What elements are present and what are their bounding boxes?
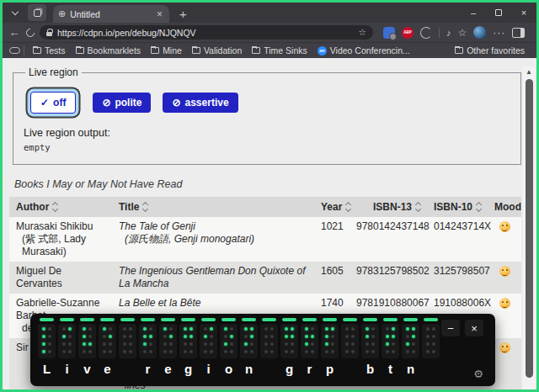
braille-dot-grid bbox=[179, 324, 197, 358]
braille-dot bbox=[270, 350, 274, 353]
bookmark-item[interactable]: Tests bbox=[28, 45, 71, 56]
braille-cell[interactable] bbox=[260, 318, 278, 380]
adblock-plus-icon[interactable]: ABP bbox=[402, 27, 414, 39]
sort-arrows-icon[interactable] bbox=[477, 203, 481, 211]
braille-dot bbox=[143, 342, 147, 346]
back-button[interactable]: ← bbox=[8, 27, 21, 38]
sort-arrows-icon[interactable] bbox=[346, 203, 350, 211]
braille-cell[interactable]: i bbox=[200, 318, 217, 380]
extension-icon-blue[interactable] bbox=[383, 27, 395, 39]
sort-arrows-icon[interactable] bbox=[53, 203, 57, 211]
favorite-star-icon[interactable]: ☆ bbox=[358, 27, 366, 38]
new-tab-button[interactable]: + bbox=[178, 8, 189, 20]
braille-dot bbox=[62, 327, 66, 331]
cursor-routing-bar[interactable] bbox=[262, 318, 276, 321]
cursor-routing-bar[interactable] bbox=[302, 318, 317, 321]
close-window-button[interactable]: × bbox=[511, 3, 536, 23]
column-header-title[interactable]: Title bbox=[112, 197, 314, 217]
off-button[interactable]: ✓ off bbox=[30, 92, 76, 114]
braille-cell[interactable]: o bbox=[220, 318, 237, 380]
cursor-routing-bar[interactable] bbox=[383, 318, 398, 321]
bookmark-item[interactable]: Mine bbox=[146, 45, 187, 56]
scroll-up-arrow[interactable]: ▲ bbox=[523, 66, 535, 78]
scroll-down-arrow[interactable]: ▼ bbox=[523, 386, 535, 392]
braille-dot bbox=[230, 350, 233, 353]
braille-cell[interactable]: b bbox=[361, 318, 379, 380]
braille-cell[interactable]: t bbox=[382, 318, 399, 380]
braille-cell[interactable] bbox=[422, 318, 440, 380]
cursor-routing-bar[interactable] bbox=[181, 318, 195, 321]
column-header-isbn-13[interactable]: ISBN-13 bbox=[350, 197, 427, 217]
braille-settings-gear-icon[interactable]: ⚙ bbox=[473, 368, 483, 379]
sort-arrows-icon[interactable] bbox=[143, 203, 147, 211]
url-text[interactable]: https://cdpn.io/pen/debug/NJQNQV bbox=[57, 28, 353, 38]
braille-cell[interactable]: r bbox=[301, 318, 318, 380]
cursor-routing-bar[interactable] bbox=[343, 318, 357, 321]
cursor-routing-bar[interactable] bbox=[242, 318, 256, 321]
address-bar[interactable]: https://cdpn.io/pen/debug/NJQNQV ☆ bbox=[40, 25, 373, 40]
sort-arrows-icon[interactable] bbox=[416, 203, 420, 211]
braille-minimize-button[interactable]: − bbox=[441, 320, 460, 336]
braille-cell[interactable]: e bbox=[159, 318, 177, 380]
column-header-isbn-10[interactable]: ISBN-10 bbox=[427, 197, 488, 217]
column-header-mood[interactable]: Mood bbox=[488, 197, 521, 217]
minimize-button[interactable]: – bbox=[461, 3, 486, 23]
check-icon: ✓ bbox=[40, 97, 49, 109]
assertive-button[interactable]: ⊘ assertive bbox=[163, 93, 237, 113]
sidebar-toggle-icon[interactable] bbox=[512, 28, 525, 38]
cursor-routing-bar[interactable] bbox=[40, 318, 54, 321]
braille-cell[interactable]: g bbox=[179, 318, 197, 380]
other-favorites-button[interactable]: Other favorites bbox=[450, 45, 530, 56]
cursor-routing-bar[interactable] bbox=[363, 318, 377, 321]
extension-icon-circular[interactable] bbox=[420, 27, 432, 39]
bookmark-item[interactable]: Validation bbox=[187, 45, 247, 56]
maximize-button[interactable] bbox=[486, 3, 511, 23]
braille-dot bbox=[184, 342, 187, 346]
cursor-routing-bar[interactable] bbox=[100, 318, 115, 321]
cursor-routing-bar[interactable] bbox=[424, 318, 438, 321]
braille-translated-char: t bbox=[388, 358, 392, 380]
polite-button[interactable]: ⊘ polite bbox=[93, 93, 151, 113]
braille-cell[interactable]: L bbox=[38, 318, 56, 380]
cursor-routing-bar[interactable] bbox=[201, 318, 216, 321]
table-caption: Books I May or May Not Have Read bbox=[14, 178, 536, 190]
cursor-routing-bar[interactable] bbox=[80, 318, 94, 321]
scrollbar-thumb[interactable] bbox=[526, 79, 533, 378]
braille-cell[interactable]: p bbox=[321, 318, 339, 380]
cursor-routing-bar[interactable] bbox=[60, 318, 74, 321]
bookmark-item[interactable]: Time Sinks bbox=[247, 45, 312, 56]
reload-button[interactable] bbox=[24, 26, 36, 38]
cursor-routing-bar[interactable] bbox=[141, 318, 155, 321]
braille-cell[interactable] bbox=[119, 318, 136, 380]
braille-cell[interactable]: e bbox=[99, 318, 116, 380]
pill-bookmark-icon[interactable] bbox=[9, 47, 20, 54]
braille-cell[interactable] bbox=[341, 318, 359, 380]
tab-search-button[interactable] bbox=[6, 4, 24, 21]
workspaces-button[interactable] bbox=[28, 4, 46, 21]
more-menu-button[interactable]: ··· bbox=[493, 27, 505, 39]
braille-close-button[interactable]: × bbox=[465, 320, 483, 336]
braille-cell[interactable]: n bbox=[402, 318, 419, 380]
braille-cell[interactable]: r bbox=[139, 318, 157, 380]
tab-close-icon[interactable]: × bbox=[155, 9, 164, 19]
bookmark-item[interactable]: zmVideo Conferencin... bbox=[312, 45, 415, 56]
tab-untitled[interactable]: ⊕ Untitled × bbox=[53, 5, 169, 23]
cursor-routing-bar[interactable] bbox=[120, 318, 135, 321]
cursor-routing-bar[interactable] bbox=[161, 318, 175, 321]
braille-dot bbox=[285, 335, 288, 338]
vertical-scrollbar[interactable]: ▲ ▼ bbox=[523, 66, 535, 392]
collections-star-icon[interactable]: ☆ bbox=[458, 27, 467, 39]
braille-cell[interactable]: n bbox=[240, 318, 258, 380]
braille-cell[interactable]: g bbox=[280, 318, 298, 380]
profile-avatar[interactable] bbox=[473, 26, 486, 39]
cursor-routing-bar[interactable] bbox=[221, 318, 236, 321]
cursor-routing-bar[interactable] bbox=[323, 318, 337, 321]
braille-cell[interactable]: v bbox=[78, 318, 96, 380]
column-header-author[interactable]: Author bbox=[9, 197, 112, 217]
column-header-year[interactable]: Year bbox=[314, 197, 350, 217]
cursor-routing-bar[interactable] bbox=[282, 318, 296, 321]
braille-cell[interactable]: i bbox=[58, 318, 76, 380]
bookmark-item[interactable]: Bookmarklets bbox=[71, 45, 147, 56]
cursor-routing-bar[interactable] bbox=[403, 318, 418, 321]
media-extension-icon[interactable]: ♪ bbox=[446, 28, 451, 38]
